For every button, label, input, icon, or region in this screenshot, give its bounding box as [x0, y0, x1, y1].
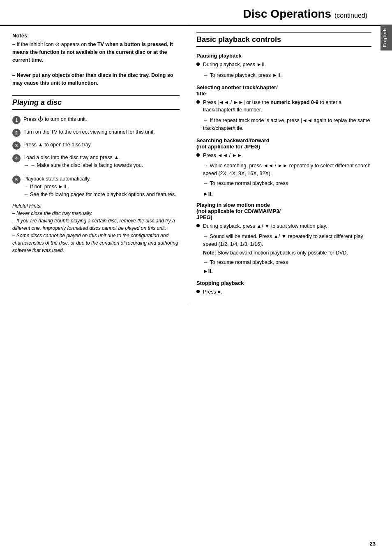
playing-disc-title: Playing a disc — [12, 98, 180, 107]
main-content: Notes: – If the inhibit icon ⊘ appears o… — [0, 26, 392, 305]
note-item-2: – Never put any objects other than discs… — [12, 72, 180, 87]
stopping-bullet: Press ■. — [196, 288, 371, 296]
hints-title: Helpful Hints: — [12, 203, 42, 209]
notes-title: Notes: — [12, 32, 180, 39]
page-number: 23 — [370, 541, 376, 547]
step-5: 5 Playback starts automatically. → If no… — [12, 175, 180, 198]
slowmotion-bullet-text: During playback, press ▲/ ▼ to start slo… — [203, 222, 327, 230]
continued-label: (continued) — [334, 12, 367, 19]
searching-bullet-dot — [196, 153, 200, 157]
slowmotion-resume-symbol: ►II. — [196, 268, 371, 274]
selecting-bullet: Press |◄◄ / ►►| or use the numeric keypa… — [196, 99, 371, 114]
step-5-content: Playback starts automatically. → If not,… — [23, 175, 176, 198]
step-4-content: Load a disc into the disc tray and press… — [23, 154, 143, 171]
selecting-heading: Selecting another track/chapter/title — [196, 84, 371, 97]
page-title: Disc Operations (continued) — [243, 7, 367, 20]
searching-note1: While searching, press ◄◄ / ►► repeatedl… — [196, 162, 371, 178]
step-1-content: Press ⏻ to turn on this unit. — [23, 116, 87, 123]
selecting-bullet-dot — [196, 100, 200, 104]
step-4-number: 4 — [12, 154, 21, 162]
hint-1: – Never close the disc tray manually. — [12, 210, 92, 216]
slowmotion-bullet: During playback, press ▲/ ▼ to start slo… — [196, 222, 371, 230]
slowmotion-heading: Playing in slow motion mode(not applicab… — [196, 202, 371, 220]
searching-bullet: Press ◄◄ / ►►. — [196, 152, 371, 160]
step-1-number: 1 — [12, 116, 21, 124]
step-2: 2 Turn on the TV to the correct viewing … — [12, 128, 180, 137]
notes-text: – If the inhibit icon ⊘ appears on the T… — [12, 41, 180, 87]
searching-note2: To resume normal playback, press — [196, 179, 371, 187]
note-item-1: – If the inhibit icon ⊘ appears on the T… — [12, 41, 180, 64]
note-text: Slow backward motion playback is only po… — [217, 250, 348, 256]
step-4-note: → Make sure the disc label is facing tow… — [23, 161, 143, 169]
pausing-bullet: During playback, press ►II. — [196, 61, 371, 69]
slowmotion-bullet-dot — [196, 224, 200, 227]
hint-3: – Some discs cannot be played on this un… — [12, 233, 178, 253]
basic-playback-section-header: Basic playback controls — [196, 32, 371, 47]
helpful-hints-section: Helpful Hints: – Never close the disc tr… — [12, 202, 180, 254]
basic-playback-title: Basic playback controls — [196, 35, 371, 44]
slowmotion-note2: To resume normal playback, press — [196, 258, 371, 266]
pausing-bullet-text: During playback, press ►II. — [203, 61, 266, 69]
step-1: 1 Press ⏻ to turn on this unit. — [12, 116, 180, 124]
slowmotion-note-bold: Note: Slow backward motion playback is o… — [196, 250, 371, 256]
searching-resume-symbol: ►II. — [196, 191, 371, 197]
searching-bullet-text: Press ◄◄ / ►►. — [203, 152, 244, 160]
notes-section: Notes: – If the inhibit icon ⊘ appears o… — [12, 32, 180, 87]
hint-2: – If you are having trouble playing a ce… — [12, 218, 175, 231]
stopping-bullet-text: Press ■. — [203, 288, 222, 296]
selecting-bullet-text: Press |◄◄ / ►►| or use the numeric keypa… — [203, 99, 371, 114]
step-5-number: 5 — [12, 176, 21, 184]
selecting-note: If the repeat track mode is active, pres… — [196, 116, 371, 132]
stopping-bullet-dot — [196, 290, 200, 293]
step-3-number: 3 — [12, 141, 21, 150]
step-3: 3 Press ▲ to open the disc tray. — [12, 141, 180, 150]
left-column: Notes: – If the inhibit icon ⊘ appears o… — [0, 26, 188, 305]
note-label: Note: — [203, 250, 216, 256]
step-2-content: Turn on the TV to the correct viewing ch… — [23, 128, 155, 136]
searching-heading: Searching backward/forward(not applicabl… — [196, 137, 371, 150]
slowmotion-note1: Sound will be muted. Press ▲/ ▼ repeated… — [196, 232, 371, 248]
step-3-content: Press ▲ to open the disc tray. — [23, 141, 92, 149]
pausing-bullet-dot — [196, 62, 200, 66]
pausing-note: To resume playback, press ►II. — [196, 71, 371, 79]
step-4: 4 Load a disc into the disc tray and pre… — [12, 154, 180, 171]
pausing-heading: Pausing playback — [196, 53, 371, 59]
page-header: Disc Operations (continued) — [0, 0, 392, 26]
language-tab: English — [380, 25, 392, 51]
stopping-heading: Stopping playback — [196, 280, 371, 286]
right-column: Basic playback controls Pausing playback… — [188, 26, 392, 305]
playing-disc-section-header: Playing a disc — [12, 95, 180, 110]
step-2-number: 2 — [12, 129, 21, 137]
